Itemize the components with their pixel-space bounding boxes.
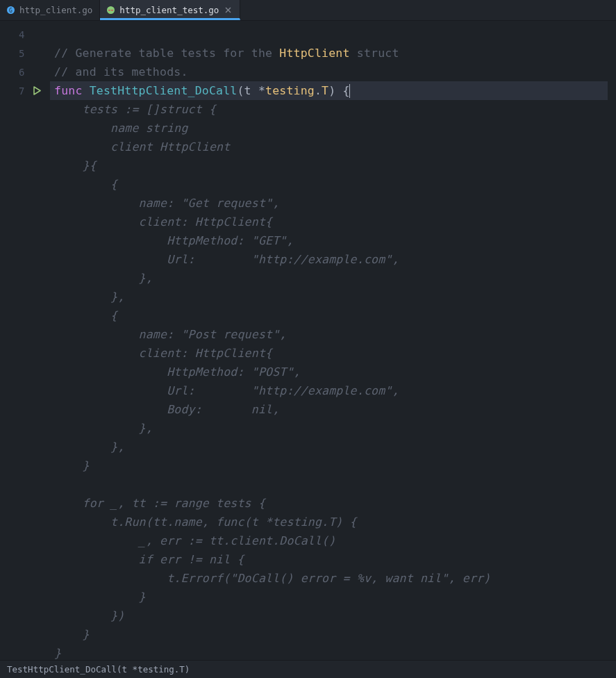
suggestion-line[interactable]: }, [50, 438, 616, 456]
suggestion-line[interactable]: } [50, 644, 616, 663]
suggestion-line[interactable]: HttpMethod: "GET", [50, 231, 616, 250]
code-line[interactable]: // and its methods. [50, 63, 616, 81]
suggestion-line[interactable]: }, [50, 288, 616, 306]
suggestion-line[interactable]: client HttpClient [50, 138, 616, 156]
line-number: 6 [6, 67, 25, 78]
suggestion-line[interactable]: _, err := tt.client.DoCall() [50, 531, 616, 550]
suggestion-line[interactable]: t.Run(tt.name, func(t *testing.T) { [50, 513, 616, 531]
svg-text:G: G [9, 8, 13, 14]
svg-point-2 [107, 6, 115, 14]
breadcrumb[interactable]: TestHttpClient_DoCall(t *testing.T) [7, 664, 190, 675]
suggestion-line[interactable]: { [50, 306, 616, 325]
go-test-file-icon [106, 6, 115, 15]
svg-rect-4 [111, 10, 113, 11]
line-number: 4 [6, 29, 25, 40]
suggestion-line[interactable]: }, [50, 269, 616, 288]
suggestion-line[interactable]: Body: nil, [50, 400, 616, 419]
suggestion-line[interactable]: } [50, 456, 616, 475]
suggestion-line[interactable]: name: "Post request", [50, 325, 616, 344]
gutter-row[interactable]: 5 [0, 44, 50, 63]
suggestion-line[interactable] [50, 475, 616, 494]
tab-http-client[interactable]: G http_client.go [0, 0, 100, 20]
code-area[interactable]: // Generate table tests for the HttpClie… [50, 21, 616, 660]
suggestion-line[interactable]: } [50, 625, 616, 644]
run-test-icon[interactable] [28, 86, 46, 95]
suggestion-line[interactable]: name: "Get request", [50, 194, 616, 213]
suggestion-line[interactable]: { [50, 175, 616, 194]
suggestion-line[interactable]: t.Errorf("DoCall() error = %v, want nil"… [50, 569, 616, 588]
ai-suggestion-block[interactable]: tests := []struct { name string client H… [50, 100, 616, 663]
code-line[interactable] [50, 25, 616, 44]
line-number: 5 [6, 48, 25, 59]
suggestion-line[interactable]: }{ [50, 156, 616, 175]
suggestion-line[interactable]: client: HttpClient{ [50, 344, 616, 363]
editor-tabs: G http_client.go http_client_test.go [0, 0, 616, 21]
line-number: 7 [6, 85, 25, 97]
suggestion-line[interactable]: tests := []struct { [50, 100, 616, 119]
close-icon[interactable] [223, 6, 233, 15]
suggestion-line[interactable]: Url: "http://example.com", [50, 381, 616, 400]
text-caret [349, 84, 350, 98]
code-editor: 4 5 6 7 // Generate table tests for the … [0, 21, 616, 660]
gutter-row[interactable]: 7 [0, 81, 50, 100]
code-line-active[interactable]: func TestHttpClient_DoCall(t *testing.T)… [50, 81, 616, 100]
tab-http-client-test[interactable]: http_client_test.go [100, 0, 240, 20]
code-line[interactable]: // Generate table tests for the HttpClie… [50, 44, 616, 63]
gutter-row[interactable]: 6 [0, 63, 50, 81]
go-file-icon: G [6, 6, 15, 15]
gutter: 4 5 6 7 [0, 21, 50, 660]
gutter-row[interactable]: 4 [0, 25, 50, 44]
suggestion-line[interactable]: }) [50, 606, 616, 625]
suggestion-line[interactable]: name string [50, 119, 616, 138]
tab-label: http_client.go [19, 5, 92, 15]
suggestion-line[interactable]: Url: "http://example.com", [50, 250, 616, 269]
suggestion-line[interactable]: HttpMethod: "POST", [50, 363, 616, 381]
vertical-scrollbar[interactable] [608, 21, 616, 660]
suggestion-line[interactable]: if err != nil { [50, 550, 616, 569]
suggestion-line[interactable]: }, [50, 419, 616, 438]
suggestion-line[interactable]: client: HttpClient{ [50, 213, 616, 231]
tab-label: http_client_test.go [119, 5, 219, 15]
suggestion-line[interactable]: for _, tt := range tests { [50, 494, 616, 513]
suggestion-line[interactable]: } [50, 588, 616, 606]
svg-rect-3 [108, 10, 110, 11]
